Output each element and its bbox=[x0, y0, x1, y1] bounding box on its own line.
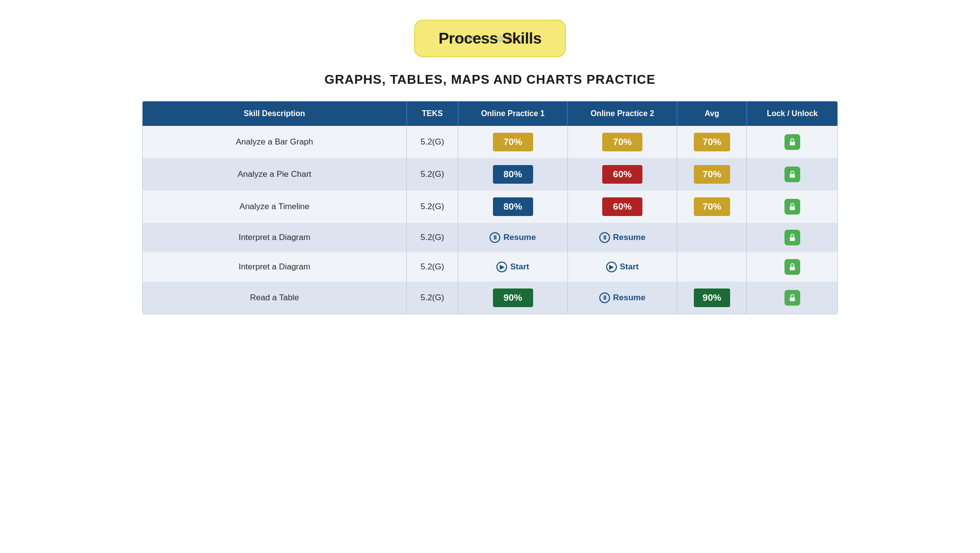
process-skills-banner: ⚗️ 🧬 🔭 🧪 ⚙️ 🧲 🔬 Process Skills bbox=[414, 20, 566, 57]
avg-badge: 70% bbox=[694, 197, 730, 216]
online-practice-2[interactable]: ▶ Start bbox=[567, 252, 677, 282]
online-practice-1[interactable]: ▶ Start bbox=[458, 252, 568, 282]
online-practice-1: 90% bbox=[458, 282, 568, 314]
lock-unlock-cell[interactable] bbox=[747, 252, 837, 282]
score-badge: 90% bbox=[493, 289, 533, 307]
teks-value: 5.2(G) bbox=[407, 191, 458, 223]
table-row: Analyze a Timeline5.2(G)80%60%70% bbox=[143, 191, 837, 223]
lock-unlock-cell[interactable] bbox=[747, 282, 837, 314]
lock-unlock-cell[interactable] bbox=[747, 223, 837, 252]
online-practice-2: 60% bbox=[567, 158, 677, 191]
start-button[interactable]: ▶ Start bbox=[606, 262, 639, 272]
score-badge: 80% bbox=[493, 165, 533, 184]
online-practice-2: 60% bbox=[567, 191, 677, 223]
teks-value: 5.2(G) bbox=[407, 126, 458, 158]
lock-icon bbox=[788, 233, 797, 242]
table-row: Analyze a Pie Chart5.2(G)80%60%70% bbox=[143, 158, 837, 191]
resume-icon: ⏸ bbox=[599, 292, 610, 303]
online-practice-2[interactable]: ⏸ Resume bbox=[567, 282, 677, 314]
skill-description: Analyze a Pie Chart bbox=[143, 158, 407, 191]
online-practice-2: 70% bbox=[567, 126, 677, 158]
resume-button[interactable]: ⏸ Resume bbox=[599, 232, 645, 243]
lock-unlock-cell[interactable] bbox=[747, 126, 837, 158]
skill-description: Read a Table bbox=[143, 282, 407, 314]
lock-button[interactable] bbox=[784, 259, 800, 275]
score-badge: 80% bbox=[493, 197, 533, 216]
skill-description: Analyze a Timeline bbox=[143, 191, 407, 223]
start-label: Start bbox=[510, 262, 529, 272]
col-header-lock: Lock / Unlock bbox=[747, 101, 837, 126]
avg-score: 90% bbox=[677, 282, 747, 314]
teks-value: 5.2(G) bbox=[407, 252, 458, 282]
resume-button[interactable]: ⏸ Resume bbox=[490, 232, 536, 243]
col-header-op1: Online Practice 1 bbox=[458, 101, 568, 126]
start-label: Start bbox=[620, 262, 639, 272]
avg-badge: 70% bbox=[694, 165, 730, 184]
start-icon: ▶ bbox=[606, 262, 617, 272]
resume-button[interactable]: ⏸ Resume bbox=[599, 292, 645, 303]
page-title: GRAPHS, TABLES, MAPS AND CHARTS PRACTICE bbox=[324, 72, 656, 87]
avg-score bbox=[677, 252, 747, 282]
resume-icon: ⏸ bbox=[490, 232, 500, 243]
lock-icon bbox=[788, 170, 797, 179]
table-row: Read a Table5.2(G)90% ⏸ Resume 90% bbox=[143, 282, 837, 314]
teks-value: 5.2(G) bbox=[407, 282, 458, 314]
teks-value: 5.2(G) bbox=[407, 223, 458, 252]
score-badge: 70% bbox=[493, 133, 533, 151]
lock-icon bbox=[788, 202, 797, 211]
avg-score: 70% bbox=[677, 191, 747, 223]
online-practice-1: 80% bbox=[458, 158, 568, 191]
avg-score: 70% bbox=[677, 158, 747, 191]
avg-score bbox=[677, 223, 747, 252]
skill-description: Interpret a Diagram bbox=[143, 223, 407, 252]
lock-unlock-cell[interactable] bbox=[747, 191, 837, 223]
lock-icon bbox=[788, 293, 797, 302]
lock-icon bbox=[788, 263, 797, 271]
online-practice-2[interactable]: ⏸ Resume bbox=[567, 223, 677, 252]
table-row: Interpret a Diagram5.2(G) ▶ Start ▶ Star… bbox=[143, 252, 837, 282]
teks-value: 5.2(G) bbox=[407, 158, 458, 191]
online-practice-1: 80% bbox=[458, 191, 568, 223]
svg-rect-4 bbox=[789, 266, 795, 270]
table-row: Interpret a Diagram5.2(G) ⏸ Resume ⏸ Res… bbox=[143, 223, 837, 252]
avg-badge: 70% bbox=[694, 133, 730, 151]
skills-table-wrapper: Skill Description TEKS Online Practice 1… bbox=[142, 101, 838, 314]
lock-unlock-cell[interactable] bbox=[747, 158, 837, 191]
table-header-row: Skill Description TEKS Online Practice 1… bbox=[143, 101, 837, 126]
lock-button[interactable] bbox=[784, 199, 800, 215]
svg-rect-1 bbox=[789, 174, 795, 178]
col-header-skill: Skill Description bbox=[143, 101, 407, 126]
svg-rect-2 bbox=[789, 206, 795, 210]
start-icon: ▶ bbox=[496, 262, 507, 272]
lock-button[interactable] bbox=[784, 134, 800, 150]
skills-table: Skill Description TEKS Online Practice 1… bbox=[143, 101, 837, 314]
skill-description: Analyze a Bar Graph bbox=[143, 126, 407, 158]
col-header-avg: Avg bbox=[677, 101, 747, 126]
online-practice-1[interactable]: ⏸ Resume bbox=[458, 223, 568, 252]
score-badge: 70% bbox=[602, 133, 642, 151]
col-header-op2: Online Practice 2 bbox=[567, 101, 677, 126]
skill-description: Interpret a Diagram bbox=[143, 252, 407, 282]
svg-rect-5 bbox=[789, 297, 795, 301]
lock-button[interactable] bbox=[784, 290, 800, 306]
table-row: Analyze a Bar Graph5.2(G)70%70%70% bbox=[143, 126, 837, 158]
start-button[interactable]: ▶ Start bbox=[496, 262, 529, 272]
avg-badge: 90% bbox=[694, 289, 730, 307]
banner-title: Process Skills bbox=[439, 29, 541, 48]
lock-button[interactable] bbox=[784, 230, 800, 245]
svg-rect-0 bbox=[789, 142, 795, 145]
lock-button[interactable] bbox=[784, 167, 800, 182]
lock-icon bbox=[788, 138, 797, 146]
resume-label: Resume bbox=[503, 233, 536, 242]
resume-icon: ⏸ bbox=[599, 232, 610, 243]
score-badge: 60% bbox=[602, 165, 642, 184]
resume-label: Resume bbox=[613, 233, 645, 242]
resume-label: Resume bbox=[613, 293, 645, 303]
col-header-teks: TEKS bbox=[407, 101, 458, 126]
online-practice-1: 70% bbox=[458, 126, 568, 158]
avg-score: 70% bbox=[677, 126, 747, 158]
svg-rect-3 bbox=[789, 237, 795, 241]
score-badge: 60% bbox=[602, 197, 642, 216]
